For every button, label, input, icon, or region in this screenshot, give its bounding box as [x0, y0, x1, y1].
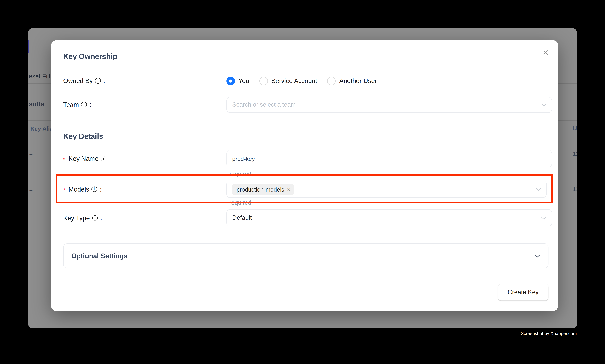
radio-option-another-user[interactable]: Another User	[327, 77, 377, 85]
info-icon[interactable]: i	[91, 186, 97, 192]
column-header-updated-partial: Up	[573, 125, 577, 131]
owned-by-label-text: Owned By	[63, 77, 93, 84]
label-colon: :	[100, 214, 102, 221]
models-label: * Models i :	[63, 185, 226, 193]
radio-label: Service Account	[271, 77, 317, 84]
results-count-partial: sults	[29, 100, 44, 108]
reset-filters-button-partial: eset Filt	[29, 73, 51, 80]
info-icon[interactable]: i	[92, 215, 98, 221]
owned-by-label: Owned By i :	[63, 77, 226, 84]
required-asterisk: *	[63, 156, 65, 163]
clipped-blue-button	[28, 40, 29, 53]
owned-by-row: Owned By i : You Service Account	[63, 75, 552, 87]
team-label-text: Team	[63, 101, 79, 108]
screenshot-canvas: eset Filt sults Key Alia – – Up 11/ 11/ …	[0, 0, 605, 364]
chevron-down-icon	[541, 217, 546, 220]
label-colon: :	[109, 155, 111, 162]
key-name-label-text: Key Name	[68, 155, 98, 162]
team-row: Team i : Search or select a team	[63, 97, 552, 113]
key-name-row: * Key Name i : prod-key	[63, 150, 552, 168]
key-name-validation-message: required	[229, 170, 251, 178]
info-icon[interactable]: i	[81, 102, 87, 108]
tag-remove-icon[interactable]: ×	[287, 186, 290, 192]
models-validation-message: required	[229, 199, 251, 206]
selected-model-tag-text: production-models	[236, 186, 284, 193]
chevron-down-icon	[534, 254, 541, 258]
models-label-text: Models	[68, 185, 89, 193]
label-colon: :	[103, 77, 105, 84]
owned-by-radio-group: You Service Account Another User	[226, 77, 377, 85]
key-type-label: Key Type i :	[63, 214, 226, 221]
radio-label: You	[238, 77, 249, 84]
selected-model-tag: production-models ×	[232, 183, 294, 195]
radio-selected-icon[interactable]	[226, 77, 235, 85]
watermark-text: Screenshot by Xnapper.com	[521, 331, 577, 336]
radio-unselected-icon[interactable]	[259, 77, 268, 85]
table-cell-dash: –	[29, 186, 33, 193]
radio-label: Another User	[339, 77, 377, 84]
key-type-label-text: Key Type	[63, 214, 90, 221]
chevron-down-icon	[536, 188, 541, 191]
chevron-down-icon	[541, 103, 546, 106]
key-name-input-value: prod-key	[232, 155, 255, 162]
key-name-input[interactable]: prod-key	[226, 150, 552, 168]
team-select[interactable]: Search or select a team	[226, 97, 552, 113]
optional-settings-title: Optional Settings	[71, 252, 128, 260]
team-select-placeholder: Search or select a team	[232, 101, 296, 108]
info-icon[interactable]: i	[95, 78, 101, 84]
label-colon: :	[100, 185, 102, 193]
column-header-key-alias-partial: Key Alia	[30, 125, 53, 132]
key-type-row: Key Type i : Default	[63, 209, 552, 226]
radio-unselected-icon[interactable]	[327, 77, 336, 85]
info-icon[interactable]: i	[101, 156, 106, 161]
section-title-key-ownership: Key Ownership	[63, 52, 117, 61]
key-type-select[interactable]: Default	[226, 209, 552, 226]
models-multiselect[interactable]: production-models ×	[226, 181, 546, 198]
create-key-modal: ✕ Key Ownership Owned By i : You Service…	[51, 40, 558, 311]
required-asterisk: *	[63, 187, 65, 193]
key-name-label: * Key Name i :	[63, 155, 226, 162]
key-type-selected-value: Default	[232, 214, 252, 221]
close-icon[interactable]: ✕	[542, 48, 549, 57]
radio-option-service-account[interactable]: Service Account	[259, 77, 317, 85]
label-colon: :	[90, 101, 91, 108]
table-cell-dash: –	[29, 151, 33, 157]
radio-option-you[interactable]: You	[226, 77, 249, 85]
section-title-key-details: Key Details	[63, 132, 103, 141]
team-label: Team i :	[63, 101, 226, 108]
optional-settings-accordion[interactable]: Optional Settings	[63, 244, 549, 268]
table-cell-date-partial: 11/	[573, 185, 577, 192]
create-key-button[interactable]: Create Key	[498, 284, 548, 301]
table-cell-date-partial: 11/	[573, 150, 577, 157]
models-row: * Models i : production-models ×	[63, 181, 552, 198]
